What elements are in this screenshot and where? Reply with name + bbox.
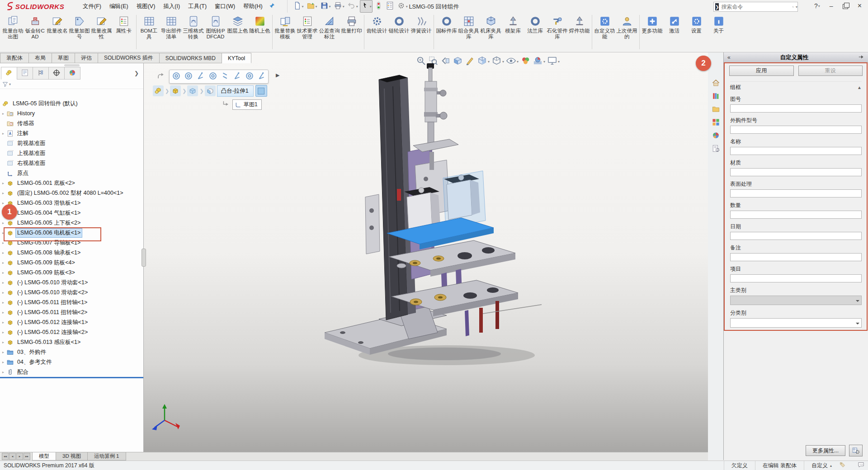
tree-item[interactable]: ▸LSMG-05.009 筋板<4>	[0, 258, 143, 268]
ribbon-button[interactable]: 更多功能	[641, 13, 663, 34]
field-input[interactable]	[730, 253, 862, 261]
expand-arrow-icon[interactable]: ▸	[0, 181, 6, 185]
menu-item[interactable]: 工具(T)	[184, 1, 211, 12]
expand-arrow-icon[interactable]: ▸	[0, 291, 6, 295]
expand-arrow-icon[interactable]: ▸	[0, 350, 6, 354]
feature-breadcrumb-icon[interactable]	[205, 85, 216, 96]
ribbon-button[interactable]: 批量自动出图	[2, 13, 24, 40]
mate-concentric-button[interactable]	[170, 70, 182, 83]
tag-icon[interactable]	[839, 461, 846, 470]
tree-item[interactable]: 前视基准面	[0, 138, 143, 148]
ribbon-button[interactable]: 链轮设计	[388, 13, 410, 34]
view-palette-tab[interactable]	[710, 118, 721, 128]
expand-arrow-icon[interactable]: ▸	[0, 132, 6, 136]
tab-草图[interactable]: 草图	[52, 53, 75, 63]
mate-concentric-button[interactable]	[182, 70, 194, 83]
tree-item[interactable]: ▸(-) LSMG-05.012 连接轴<1>	[0, 317, 143, 327]
tab-评估[interactable]: 评估	[75, 53, 98, 63]
resources-tab[interactable]	[710, 79, 721, 89]
tab-scroll-button[interactable]: ▸	[16, 453, 23, 460]
save-button[interactable]: ▾	[319, 0, 332, 13]
field-input[interactable]	[730, 168, 862, 176]
ribbon-button[interactable]: 自定义功能	[594, 13, 616, 40]
viewport-splitter-handle[interactable]	[142, 249, 146, 267]
ribbon-button[interactable]: 批量打印	[340, 13, 363, 40]
field-input[interactable]	[730, 126, 862, 134]
expand-arrow-icon[interactable]: ▸	[0, 281, 6, 285]
collapse-group-icon[interactable]: ▲	[857, 85, 862, 90]
pin-menu-icon[interactable]	[269, 2, 275, 10]
ribbon-button[interactable]: 公差查询标注	[318, 13, 340, 40]
tree-item[interactable]: ▸LSMG-05.001 底板<2>	[0, 178, 143, 188]
graphics-viewport[interactable]: ▾▾▾▾▾ ▶ ❯ ❯ ❯ 凸台-拉伸1 草图1	[144, 52, 708, 452]
new-document-dropdown-icon[interactable]: ▾	[302, 5, 304, 9]
breadcrumb-escape-icon[interactable]	[156, 72, 165, 83]
save-dropdown-icon[interactable]: ▾	[329, 5, 331, 9]
mate-angle-button[interactable]	[231, 70, 243, 83]
expand-arrow-icon[interactable]: ▸	[0, 320, 6, 324]
tree-item[interactable]: ▸04、参考文件	[0, 357, 143, 367]
tab-scroll-button[interactable]: ◂	[9, 453, 16, 460]
ribbon-button[interactable]: 三维格式转换	[182, 13, 204, 40]
tab-scroll-button[interactable]: ▸▸	[24, 453, 30, 460]
tree-item[interactable]: 原点	[0, 168, 143, 178]
quick-tip-icon[interactable]	[858, 461, 864, 470]
select-button[interactable]: ▾	[360, 0, 373, 13]
collapse-panel-icon[interactable]: «	[724, 54, 734, 61]
assembly-breadcrumb-icon[interactable]	[153, 85, 164, 96]
tree-item[interactable]: ▸03、外购件	[0, 347, 143, 357]
design-library-tab[interactable]	[710, 92, 721, 102]
print-dropdown-icon[interactable]: ▾	[343, 5, 344, 9]
tree-item[interactable]: ▸LSMG-05.007 导轴板<1>	[0, 238, 143, 248]
panel-splitter-handle[interactable]	[64, 64, 80, 66]
undo-button[interactable]: ▾	[346, 0, 359, 13]
tree-item[interactable]: ▸(-) LSMG-05.012 连接轴<2>	[0, 327, 143, 337]
magnifier-icon[interactable]	[792, 4, 794, 10]
ribbon-button[interactable]: 石化管件库	[546, 13, 568, 40]
open-document-dropdown-icon[interactable]: ▾	[316, 5, 317, 9]
ribbon-button[interactable]: BOM工具	[138, 13, 160, 40]
status-dropdown-icon[interactable]: ▴	[830, 464, 832, 468]
mate-parallel-button[interactable]	[219, 70, 231, 83]
more-properties-button[interactable]: 更多属性...	[806, 445, 845, 456]
tree-item[interactable]: ▸配合	[0, 367, 143, 377]
bottom-tab-2[interactable]: 3D 视图	[56, 452, 88, 461]
expand-arrow-icon[interactable]: ▸	[0, 340, 6, 344]
expand-arrow-icon[interactable]: ▸	[0, 201, 6, 205]
ribbon-button[interactable]: 批量改名	[46, 13, 68, 40]
expand-arrow-icon[interactable]: ▸	[0, 330, 6, 334]
ribbon-button[interactable]: 批量加图号	[68, 13, 90, 40]
field-input[interactable]	[730, 211, 862, 219]
select-dropdown-icon[interactable]: ▾	[370, 5, 372, 9]
minimize-button[interactable]: –	[828, 1, 835, 10]
tab-scroll-button[interactable]: ◂◂	[2, 453, 9, 460]
configurationmanager-tab[interactable]	[33, 67, 49, 80]
filter-funnel-icon[interactable]	[2, 81, 9, 88]
close-button[interactable]: ×	[856, 1, 863, 11]
ribbon-button[interactable]: 焊件功能	[568, 13, 590, 40]
mate-angle-button[interactable]	[194, 70, 207, 83]
ribbon-button[interactable]: 组合夹具库	[458, 13, 480, 40]
ribbon-button[interactable]: 钣金转CAD	[24, 13, 46, 40]
tree-item[interactable]: ▸LSMG-05.008 轴承板<1>	[0, 248, 143, 258]
ribbon-button[interactable]: 图层上色	[226, 13, 249, 40]
ribbon-button[interactable]: 批量改属性	[90, 13, 113, 40]
tab-kytool[interactable]: KYTool	[222, 53, 251, 63]
menu-item[interactable]: 视图(V)	[132, 1, 160, 12]
view-settings-dropdown-icon[interactable]: ▾	[558, 60, 560, 64]
feature-breadcrumb-label[interactable]: 凸台-拉伸1	[217, 85, 254, 97]
mate-toolbar-expand-icon[interactable]: ▶	[276, 72, 279, 78]
expand-arrow-icon[interactable]: ▸	[0, 310, 6, 315]
tab-装配体[interactable]: 装配体	[0, 53, 29, 63]
ribbon-button[interactable]: 随机上色	[249, 13, 271, 40]
assembly-model[interactable]	[311, 61, 546, 378]
ribbon-button[interactable]: 导出部件清单	[160, 13, 182, 40]
properties-settings-button[interactable]	[849, 445, 863, 456]
field-input[interactable]	[730, 189, 862, 197]
tab-布局[interactable]: 布局	[29, 53, 52, 63]
ribbon-button[interactable]: 齿轮设计	[366, 13, 388, 34]
view-settings-button[interactable]: ▾	[546, 55, 561, 68]
mate-concentric-button[interactable]	[207, 70, 219, 83]
status-segment[interactable]: 自定义▴	[804, 461, 839, 470]
menu-item[interactable]: 插入(I)	[159, 1, 184, 12]
